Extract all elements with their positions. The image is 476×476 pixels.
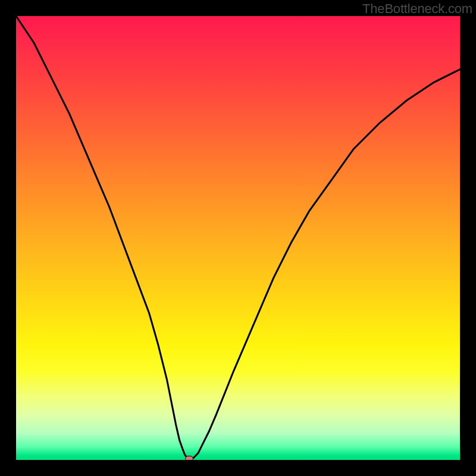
curve-layer — [16, 16, 460, 460]
watermark-link[interactable]: TheBottleneck.com — [362, 1, 472, 17]
optimum-marker — [185, 456, 193, 460]
bottleneck-curve — [16, 16, 460, 459]
chart-frame: TheBottleneck.com — [0, 0, 476, 476]
plot-area — [16, 16, 460, 460]
